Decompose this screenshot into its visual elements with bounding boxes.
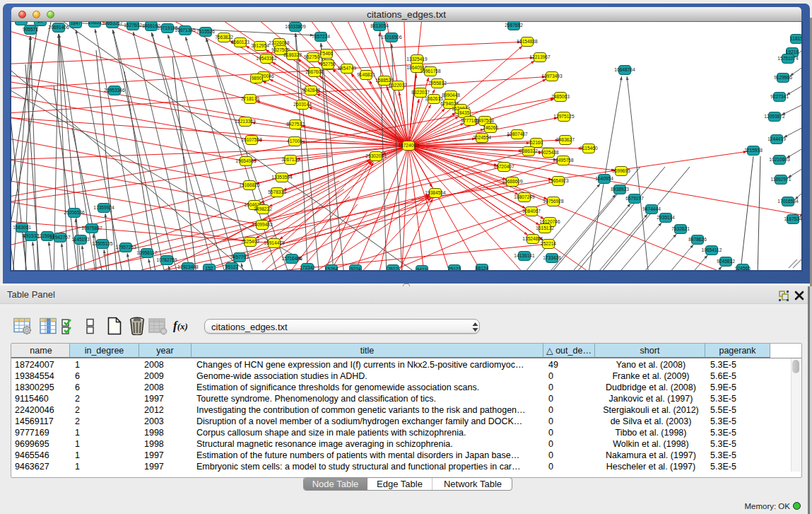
svg-text:17957253: 17957253 (115, 245, 136, 250)
svg-text:10807487: 10807487 (507, 132, 528, 136)
svg-text:924565: 924565 (735, 266, 751, 270)
svg-text:3498222: 3498222 (254, 206, 272, 211)
svg-text:12942757: 12942757 (49, 235, 71, 240)
svg-text:10543362: 10543362 (256, 56, 277, 61)
svg-text:19218: 19218 (786, 49, 799, 54)
svg-text:8186328: 8186328 (283, 52, 302, 57)
svg-text:152: 152 (205, 266, 213, 270)
svg-text:10653: 10653 (88, 22, 102, 25)
svg-text:2867608: 2867608 (305, 69, 324, 74)
svg-text:16914479: 16914479 (264, 240, 285, 245)
svg-text:1145193: 1145193 (71, 237, 90, 242)
svg-text:7386322: 7386322 (519, 148, 538, 153)
svg-text:19654923: 19654923 (548, 178, 569, 183)
svg-text:9146821: 9146821 (357, 72, 375, 77)
svg-text:1244419: 1244419 (767, 136, 786, 141)
svg-text:12213363: 12213363 (235, 119, 256, 124)
svg-text:9242848: 9242848 (302, 88, 320, 93)
svg-text:14099483: 14099483 (252, 222, 273, 227)
svg-text:9413: 9413 (417, 267, 428, 270)
svg-text:9115460: 9115460 (579, 146, 598, 151)
svg-text:16033809: 16033809 (285, 24, 306, 29)
svg-text:26953346: 26953346 (104, 88, 125, 93)
svg-text:2935114: 2935114 (657, 215, 675, 220)
svg-text:8322037: 8322037 (389, 83, 407, 88)
svg-text:1640954: 1640954 (595, 176, 613, 181)
svg-text:9084067: 9084067 (522, 209, 541, 214)
svg-text:7515526: 7515526 (196, 29, 215, 34)
svg-text:1167534: 1167534 (784, 216, 801, 221)
svg-text:6497508: 6497508 (476, 118, 494, 123)
svg-text:3912954: 3912954 (251, 43, 269, 48)
svg-text:11692971: 11692971 (771, 177, 792, 182)
svg-text:9890: 9890 (252, 76, 262, 81)
svg-text:1588520: 1588520 (375, 78, 394, 83)
svg-text:10958117: 10958117 (137, 250, 158, 255)
svg-text:1527602: 1527602 (124, 23, 142, 28)
svg-text:9227341: 9227341 (770, 94, 789, 99)
svg-text:23302073: 23302073 (365, 153, 387, 158)
svg-text:88124: 88124 (476, 266, 489, 270)
svg-text:7612: 7612 (388, 267, 399, 270)
svg-text:62160: 62160 (530, 140, 543, 145)
svg-text:9245812: 9245812 (717, 259, 735, 264)
svg-text:8478626: 8478626 (688, 237, 707, 242)
svg-text:12213967: 12213967 (529, 54, 551, 59)
svg-text:18724007: 18724007 (398, 143, 419, 148)
svg-text:2687682: 2687682 (505, 23, 523, 28)
svg-text:905571: 905571 (23, 27, 38, 32)
svg-text:9129966: 9129966 (774, 75, 792, 80)
svg-text:8322037: 8322037 (411, 90, 430, 95)
svg-text:3024554: 3024554 (473, 135, 491, 140)
svg-text:18807249: 18807249 (514, 194, 535, 199)
svg-text:13325419: 13325419 (406, 57, 428, 62)
svg-text:19218506: 19218506 (381, 35, 402, 40)
svg-text:16154838: 16154838 (517, 39, 538, 44)
svg-text:16107553: 16107553 (241, 137, 262, 142)
svg-text:151: 151 (17, 22, 25, 23)
svg-text:15264: 15264 (325, 267, 339, 270)
svg-text:5578334: 5578334 (268, 189, 286, 194)
svg-text:10653257: 10653257 (102, 22, 123, 25)
svg-text:8813054: 8813054 (370, 23, 389, 28)
svg-text:1847: 1847 (71, 22, 81, 25)
svg-text:10975887: 10975887 (81, 226, 102, 230)
svg-text:7955812: 7955812 (428, 81, 447, 86)
svg-text:1615132: 1615132 (536, 226, 554, 230)
svg-text:8938923: 8938923 (611, 187, 629, 192)
svg-text:10782759: 10782759 (156, 257, 177, 262)
svg-text:2603144: 2603144 (293, 102, 312, 107)
svg-text:417006: 417006 (287, 139, 302, 144)
svg-text:9457791: 9457791 (230, 255, 249, 259)
svg-text:3215938: 3215938 (744, 148, 763, 153)
svg-text:20: 20 (37, 22, 43, 23)
svg-text:19654985: 19654985 (235, 158, 257, 163)
svg-text:18495758: 18495758 (553, 158, 574, 163)
svg-text:16120746: 16120746 (539, 219, 560, 224)
svg-text:19384554: 19384554 (425, 190, 446, 195)
svg-text:8990448: 8990448 (442, 93, 460, 98)
svg-text:10025438: 10025438 (538, 150, 559, 155)
svg-text:75123: 75123 (448, 267, 461, 270)
svg-text:8454749: 8454749 (338, 66, 356, 71)
svg-text:17016534: 17016534 (777, 199, 799, 204)
svg-text:7632621: 7632621 (671, 226, 690, 231)
svg-text:12923448: 12923448 (177, 264, 199, 269)
svg-text:16648784: 16648784 (614, 67, 635, 72)
svg-text:16961758: 16961758 (420, 69, 441, 74)
svg-text:95122: 95122 (225, 264, 239, 269)
svg-text:11815: 11815 (790, 36, 801, 41)
svg-text:10654112: 10654112 (702, 247, 722, 252)
svg-text:13353594: 13353594 (271, 175, 293, 180)
svg-text:17359924: 17359924 (93, 205, 114, 210)
svg-text:10210693: 10210693 (769, 157, 790, 162)
svg-text:12093872: 12093872 (764, 114, 785, 119)
svg-text:23226058: 23226058 (269, 40, 290, 45)
svg-text:10973493: 10973493 (541, 74, 563, 78)
svg-text:746266: 746266 (483, 125, 498, 130)
svg-text:7663822: 7663822 (215, 35, 233, 40)
svg-text:952750: 952750 (320, 62, 336, 66)
svg-text:1583061: 1583061 (13, 225, 31, 230)
svg-text:7485063: 7485063 (551, 94, 570, 99)
svg-text:20691406: 20691406 (48, 25, 69, 30)
